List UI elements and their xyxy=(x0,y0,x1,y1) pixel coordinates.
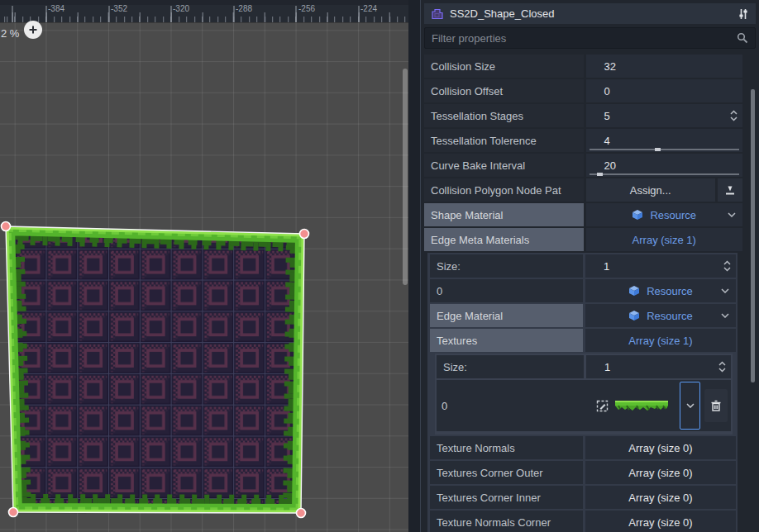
horizontal-ruler: -384 -352 -320 -288 -256 -224 xyxy=(0,0,408,23)
shape-handle-bottom-left[interactable] xyxy=(9,508,18,517)
shape-handle-top-right[interactable] xyxy=(300,230,309,239)
array-size-text: Array (size 1) xyxy=(632,234,696,246)
edge-meta-materials-array-section: Size: 1 0 xyxy=(427,253,738,532)
property-row-edge-meta-materials: Edge Meta Materials Array (size 1) xyxy=(424,228,742,251)
array-size-text: Array (size 0) xyxy=(628,492,692,504)
property-label: Edge Material xyxy=(430,304,583,327)
array-item-index: 0 xyxy=(430,279,583,302)
array-size-field[interactable]: 1 xyxy=(586,355,731,378)
slider-grabber[interactable] xyxy=(597,173,603,176)
spinner-updown-icon[interactable] xyxy=(723,260,732,273)
meta-item-resource-picker[interactable]: Resource xyxy=(585,279,736,302)
property-row-textures-corner-inner: Textures Corner Inner Array (size 0) xyxy=(430,486,736,509)
array-size-text: Array (size 0) xyxy=(628,442,692,454)
ss2d-shape-polygon[interactable] xyxy=(0,0,408,532)
resource-value-text: Resource xyxy=(647,310,693,322)
property-label: Collision Size xyxy=(424,55,584,78)
property-row-texture-normals: Texture Normals Array (size 0) xyxy=(430,436,736,459)
tessellation-stages-field[interactable]: 5 xyxy=(586,104,743,127)
property-label: Textures Corner Outer xyxy=(430,461,583,484)
resource-cube-icon xyxy=(628,310,640,321)
array-size-label: Size: xyxy=(437,355,584,378)
property-label: Textures Corner Inner xyxy=(430,486,583,509)
array-size-text: Array (size 1) xyxy=(628,335,692,347)
tessellation-tolerence-slider[interactable]: 4 xyxy=(586,129,743,152)
shape-handle-bottom-right[interactable] xyxy=(297,509,306,518)
property-row-tessellation-stages: Tessellation Stages 5 xyxy=(424,104,742,127)
filter-properties-input[interactable] xyxy=(432,32,737,45)
field-value: 20 xyxy=(604,159,616,172)
textures-corner-outer-array-button[interactable]: Array (size 0) xyxy=(585,461,736,484)
spinner-updown-icon[interactable] xyxy=(718,361,727,373)
assign-pick-icon xyxy=(724,184,736,196)
property-label: Tessellation Stages xyxy=(424,104,584,127)
field-value: 1 xyxy=(604,260,609,273)
editor-window: -384 -352 -320 -288 -256 -224 2 % SS2D_S… xyxy=(0,0,759,532)
ss2d-shape-icon xyxy=(431,7,444,21)
property-label: Edge Meta Materials xyxy=(424,228,584,251)
array-size-row: Size: 1 xyxy=(430,254,736,278)
resource-cube-icon xyxy=(632,209,643,221)
ruler-tick-label: -288 xyxy=(236,4,252,13)
property-row-edge-material: Edge Material Resource xyxy=(430,304,736,327)
slider-grabber[interactable] xyxy=(655,148,661,151)
resource-value-text: Resource xyxy=(647,285,693,297)
dropdown-chevron-icon[interactable] xyxy=(721,288,729,293)
field-value: 5 xyxy=(604,110,610,122)
slider-track xyxy=(590,149,740,150)
textures-array-button[interactable]: Array (size 1) xyxy=(585,329,736,352)
shape-fill-texture xyxy=(6,226,304,513)
dropdown-chevron-icon[interactable] xyxy=(728,212,736,217)
texture-normals-array-button[interactable]: Array (size 0) xyxy=(585,436,736,459)
ruler-tick-label: -224 xyxy=(360,4,377,13)
inspector-object-title: SS2D_Shape_Closed xyxy=(450,7,732,20)
zoom-in-button[interactable] xyxy=(24,21,42,39)
spinner-updown-icon[interactable] xyxy=(729,110,738,122)
resource-value-text: Resource xyxy=(650,209,696,221)
slider-track xyxy=(590,173,740,175)
viewport-vertical-scrollbar[interactable] xyxy=(403,69,408,285)
pick-node-button[interactable] xyxy=(718,178,742,202)
inspector-vertical-scrollbar[interactable] xyxy=(751,89,755,382)
filter-properties-box xyxy=(424,27,756,49)
property-row-shape-material: Shape Material Resource xyxy=(424,203,742,226)
textures-array-section: Size: 1 0 xyxy=(435,354,733,435)
dropdown-chevron-icon[interactable] xyxy=(721,313,729,318)
property-label: Collision Polygon Node Pat xyxy=(424,178,584,202)
delete-texture-button[interactable] xyxy=(704,389,728,422)
property-label: Collision Offset xyxy=(424,79,584,102)
zoom-percentage-label: 2 % xyxy=(1,27,19,40)
shape-handle-top-left[interactable] xyxy=(2,222,11,231)
property-row-collision-size: Collision Size 32 xyxy=(424,55,742,78)
property-row-collision-polygon-node-path: Collision Polygon Node Pat Assign... xyxy=(424,178,742,202)
property-label: Textures xyxy=(430,329,583,352)
panel-splitter[interactable] xyxy=(408,0,420,532)
property-row-textures-corner-outer: Textures Corner Outer Array (size 0) xyxy=(430,461,736,484)
texture-options-dropdown-button[interactable] xyxy=(680,382,700,430)
tools-sliders-icon[interactable] xyxy=(738,8,749,20)
assign-node-path-button[interactable]: Assign... xyxy=(586,178,716,202)
collision-size-field[interactable]: 32 xyxy=(586,55,743,78)
zoom-in-plus-icon xyxy=(28,25,38,35)
property-label: Shape Material xyxy=(424,203,584,226)
array-size-field[interactable]: 1 xyxy=(585,254,736,278)
edge-material-resource-picker[interactable]: Resource xyxy=(585,304,736,327)
ruler-tick-label: -320 xyxy=(173,4,189,13)
property-label: Tessellation Tolerence xyxy=(424,129,584,152)
property-row-texture-normals-corner: Texture Normals Corner Array (size 0) xyxy=(430,511,736,532)
curve-bake-interval-slider[interactable]: 20 xyxy=(586,154,743,177)
field-value: 1 xyxy=(604,361,610,373)
textures-corner-inner-array-button[interactable]: Array (size 0) xyxy=(585,486,736,509)
property-row-tessellation-tolerence: Tessellation Tolerence 4 xyxy=(424,129,742,152)
collision-offset-field[interactable]: 0 xyxy=(586,79,743,102)
texture-normals-corner-array-button[interactable]: Array (size 0) xyxy=(585,511,736,532)
inspector-panel: SS2D_Shape_Closed Collision Size 32 C xyxy=(420,0,759,532)
canvas-2d-viewport[interactable]: -384 -352 -320 -288 -256 -224 2 % xyxy=(0,0,408,532)
array-item-0-row: 0 Resource xyxy=(430,279,736,302)
array-item-index: 0 xyxy=(442,400,596,412)
grass-texture-preview[interactable] xyxy=(615,399,668,412)
edit-texture-icon[interactable] xyxy=(596,400,609,412)
trash-icon xyxy=(710,400,722,412)
edge-meta-materials-array-button[interactable]: Array (size 1) xyxy=(586,228,743,251)
shape-material-resource-picker[interactable]: Resource xyxy=(586,203,743,226)
